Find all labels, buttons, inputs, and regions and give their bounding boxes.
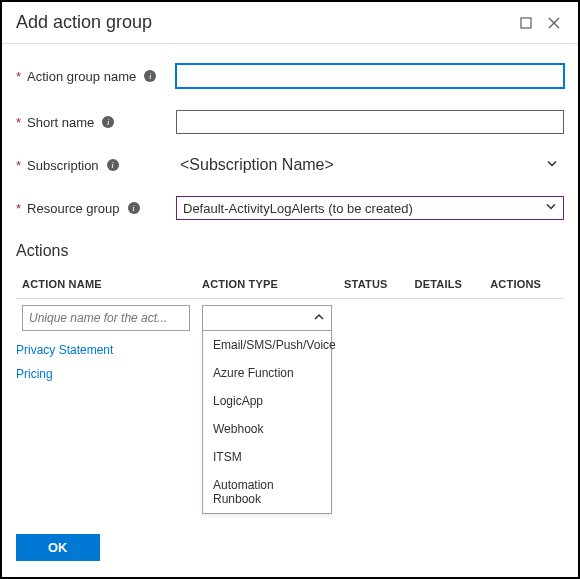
label-action-group-name: * Action group name i	[16, 69, 176, 84]
close-icon	[548, 17, 560, 29]
input-action-name[interactable]	[22, 305, 190, 331]
required-marker: *	[16, 158, 21, 173]
select-resource-group[interactable]: Default-ActivityLogAlerts (to be created…	[176, 196, 564, 220]
field-subscription: * Subscription i <Subscription Name>	[16, 156, 564, 174]
field-resource-group: * Resource group i Default-ActivityLogAl…	[16, 196, 564, 220]
action-type-dropdown: Email/SMS/Push/Voice Azure Function Logi…	[202, 331, 332, 514]
label-text: Resource group	[27, 201, 120, 216]
label-text: Subscription	[27, 158, 99, 173]
field-action-group-name: * Action group name i	[16, 64, 564, 88]
ok-button[interactable]: OK	[16, 534, 100, 561]
col-status: STATUS	[338, 270, 409, 299]
close-button[interactable]	[544, 13, 564, 33]
titlebar: Add action group	[2, 2, 578, 44]
required-marker: *	[16, 69, 21, 84]
field-short-name: * Short name i	[16, 110, 564, 134]
chevron-up-icon	[313, 311, 325, 325]
dialog-footer: OK	[2, 522, 578, 577]
col-details: DETAILS	[409, 270, 485, 299]
option-logicapp[interactable]: LogicApp	[203, 387, 331, 415]
actions-table: ACTION NAME ACTION TYPE STATUS DETAILS A…	[16, 270, 564, 337]
required-marker: *	[16, 201, 21, 216]
info-icon[interactable]: i	[102, 116, 114, 128]
dialog-content: * Action group name i * Short name i * S…	[2, 44, 578, 522]
info-icon[interactable]: i	[107, 159, 119, 171]
dialog-title: Add action group	[16, 12, 508, 33]
info-icon[interactable]: i	[144, 70, 156, 82]
dialog-add-action-group: Add action group * Action group name i *…	[0, 0, 580, 579]
label-short-name: * Short name i	[16, 115, 176, 130]
col-actions: ACTIONS	[484, 270, 564, 299]
chevron-down-icon	[545, 201, 557, 216]
actions-heading: Actions	[16, 242, 564, 260]
label-resource-group: * Resource group i	[16, 201, 176, 216]
col-action-type: ACTION TYPE	[196, 270, 338, 299]
option-itsm[interactable]: ITSM	[203, 443, 331, 471]
label-text: Action group name	[27, 69, 136, 84]
maximize-icon	[520, 17, 532, 29]
info-icon[interactable]: i	[128, 202, 140, 214]
label-subscription: * Subscription i	[16, 158, 176, 173]
option-automation-runbook[interactable]: Automation Runbook	[203, 471, 331, 513]
select-subscription[interactable]: <Subscription Name>	[176, 156, 564, 174]
select-value: Default-ActivityLogAlerts (to be created…	[183, 201, 413, 216]
select-value: <Subscription Name>	[176, 156, 564, 174]
maximize-button[interactable]	[516, 13, 536, 33]
option-webhook[interactable]: Webhook	[203, 415, 331, 443]
col-action-name: ACTION NAME	[16, 270, 196, 299]
label-text: Short name	[27, 115, 94, 130]
input-short-name[interactable]	[176, 110, 564, 134]
table-row: Email/SMS/Push/Voice Azure Function Logi…	[16, 299, 564, 338]
option-email-sms-push-voice[interactable]: Email/SMS/Push/Voice	[203, 331, 331, 359]
input-action-group-name[interactable]	[176, 64, 564, 88]
option-azure-function[interactable]: Azure Function	[203, 359, 331, 387]
required-marker: *	[16, 115, 21, 130]
svg-rect-0	[521, 18, 531, 28]
select-action-type[interactable]	[202, 305, 332, 331]
